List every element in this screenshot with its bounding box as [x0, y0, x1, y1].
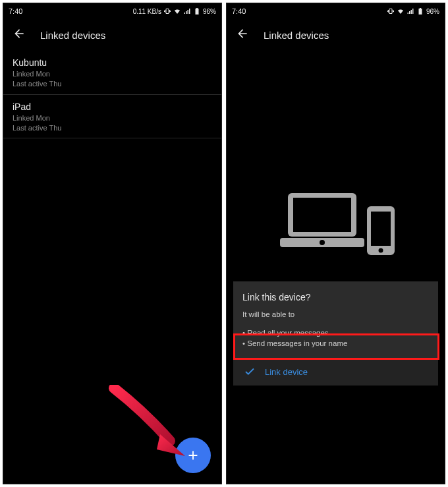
phone-icon [366, 205, 396, 256]
card-title: Link this device? [242, 292, 429, 302]
link-device-label: Link device [265, 367, 308, 377]
card-subtitle: It will be able to [242, 310, 429, 318]
signal-icon [183, 7, 191, 15]
devices-illustration [280, 189, 392, 255]
svg-rect-5 [371, 212, 391, 246]
arrow-left-icon [236, 27, 249, 40]
wifi-icon [397, 7, 405, 15]
add-device-fab[interactable] [175, 438, 211, 473]
device-name: Kubuntu [13, 57, 212, 68]
laptop-icon [280, 189, 366, 252]
vibrate-icon [387, 7, 395, 15]
status-right: 96% [387, 7, 439, 15]
status-time: 7:40 [232, 7, 246, 15]
wifi-icon [173, 7, 181, 15]
network-speed: 0.11 KB/s [133, 8, 161, 15]
battery-percent: 96% [203, 8, 216, 15]
page-title: Linked devices [264, 30, 329, 41]
check-icon [244, 366, 256, 378]
status-bar: 7:40 96% [227, 3, 445, 19]
app-bar: Linked devices [3, 19, 221, 51]
phone-right-screen: 7:40 96% Linked devices Link this device… [226, 3, 445, 484]
device-linked: Linked Mon [13, 113, 212, 123]
back-button[interactable] [236, 27, 249, 43]
status-time: 7:40 [9, 7, 22, 15]
device-item-ipad[interactable]: iPad Linked Mon Last active Thu [3, 95, 221, 139]
app-bar: Linked devices [227, 19, 445, 51]
page-title: Linked devices [40, 30, 105, 41]
link-device-card: Link this device? It will be able to • R… [233, 281, 438, 386]
status-right: 0.11 KB/s 96% [133, 7, 216, 15]
svg-point-6 [378, 248, 383, 253]
device-item-kubuntu[interactable]: Kubuntu Linked Mon Last active Thu [3, 51, 221, 95]
device-active: Last active Thu [13, 79, 212, 89]
device-name: iPad [13, 101, 212, 112]
card-bullet: • Send messages in your name [242, 338, 429, 349]
card-bullet: • Read all your messages [242, 328, 429, 338]
svg-point-3 [320, 240, 325, 245]
link-device-button[interactable]: Link device [233, 358, 438, 386]
back-button[interactable] [13, 27, 26, 43]
status-bar: 7:40 0.11 KB/s 96% [3, 3, 221, 19]
device-active: Last active Thu [13, 123, 212, 133]
device-linked: Linked Mon [13, 69, 212, 79]
phone-left-screen: 7:40 0.11 KB/s 96% Linked devices Kubunt… [3, 3, 222, 484]
svg-rect-1 [293, 198, 351, 232]
plus-icon [186, 448, 200, 463]
battery-icon [416, 7, 424, 15]
signal-icon [406, 7, 414, 15]
battery-icon [193, 7, 201, 15]
battery-percent: 96% [426, 8, 439, 15]
arrow-left-icon [13, 27, 26, 40]
vibrate-icon [163, 7, 171, 15]
